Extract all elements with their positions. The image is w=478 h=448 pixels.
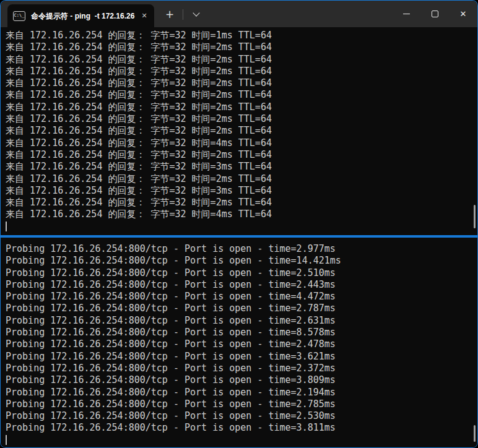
ping-output-line: 来自 172.16.26.254 的回复： 字节=32 时间=2ms TTL=6…	[6, 41, 472, 53]
scrollbar-thumb[interactable]	[474, 205, 476, 228]
minimize-icon	[403, 14, 410, 14]
scrollbar-thumb[interactable]	[474, 425, 476, 442]
probe-output-line: Probing 172.16.26.254:800/tcp - Port is …	[6, 398, 472, 410]
tab-dropdown-button[interactable]	[186, 4, 206, 24]
close-button[interactable]: ✕	[449, 1, 477, 27]
text-cursor	[6, 222, 7, 231]
titlebar-separator	[183, 9, 183, 20]
titlebar[interactable]: C:\_ 命令提示符 - ping -t 172.16.26 ✕ + ✕	[1, 1, 477, 27]
tab-title: 命令提示符 - ping -t 172.16.26	[31, 12, 138, 20]
ping-output-line: 来自 172.16.26.254 的回复： 字节=32 时间=2ms TTL=6…	[6, 89, 472, 101]
ping-output-line: 来自 172.16.26.254 的回复： 字节=32 时间=4ms TTL=6…	[6, 209, 472, 220]
cursor-line	[6, 434, 472, 446]
ping-output-line: 来自 172.16.26.254 的回复： 字节=32 时间=3ms TTL=6…	[6, 161, 472, 173]
ping-output-line: 来自 172.16.26.254 的回复： 字节=32 时间=2ms TTL=6…	[6, 149, 472, 161]
minimize-button[interactable]	[392, 1, 420, 27]
probe-output-line: Probing 172.16.26.254:800/tcp - Port is …	[6, 243, 472, 255]
probe-output-line: Probing 172.16.26.254:800/tcp - Port is …	[6, 422, 472, 434]
probe-output: Probing 172.16.26.254:800/tcp - Port is …	[1, 238, 477, 446]
close-icon: ✕	[460, 10, 467, 18]
ping-output-line: 来自 172.16.26.254 的回复： 字节=32 时间=2ms TTL=6…	[6, 113, 472, 125]
chevron-down-icon	[193, 9, 199, 16]
probe-output-line: Probing 172.16.26.254:800/tcp - Port is …	[6, 279, 472, 291]
pane-ping[interactable]: 来自 172.16.26.254 的回复： 字节=32 时间=1ms TTL=6…	[1, 27, 477, 235]
ping-output-line: 来自 172.16.26.254 的回复： 字节=32 时间=2ms TTL=6…	[6, 101, 472, 113]
probe-output-line: Probing 172.16.26.254:800/tcp - Port is …	[6, 315, 472, 327]
ping-output-line: 来自 172.16.26.254 的回复： 字节=32 时间=1ms TTL=6…	[6, 30, 472, 41]
probe-output-line: Probing 172.16.26.254:800/tcp - Port is …	[6, 291, 472, 303]
ping-output: 来自 172.16.26.254 的回复： 字节=32 时间=1ms TTL=6…	[1, 27, 477, 233]
maximize-button[interactable]	[420, 1, 449, 27]
probe-output-line: Probing 172.16.26.254:800/tcp - Port is …	[6, 267, 472, 279]
ping-output-line: 来自 172.16.26.254 的回复： 字节=32 时间=3ms TTL=6…	[6, 185, 472, 197]
ping-output-line: 来自 172.16.26.254 的回复： 字节=32 时间=2ms TTL=6…	[6, 77, 472, 89]
probe-output-line: Probing 172.16.26.254:800/tcp - Port is …	[6, 303, 472, 314]
ping-output-line: 来自 172.16.26.254 的回复： 字节=32 时间=2ms TTL=6…	[6, 197, 472, 209]
tab-cmd-ping[interactable]: C:\_ 命令提示符 - ping -t 172.16.26 ✕	[7, 4, 154, 27]
ping-output-line: 来自 172.16.26.254 的回复： 字节=32 时间=2ms TTL=6…	[6, 54, 472, 66]
ping-output-line: 来自 172.16.26.254 的回复： 字节=32 时间=4ms TTL=6…	[6, 137, 472, 149]
window-controls: ✕	[392, 1, 477, 27]
probe-output-line: Probing 172.16.26.254:800/tcp - Port is …	[6, 338, 472, 350]
tab-close-icon[interactable]: ✕	[138, 10, 150, 22]
ping-output-line: 来自 172.16.26.254 的回复： 字节=32 时间=2ms TTL=6…	[6, 66, 472, 77]
probe-output-line: Probing 172.16.26.254:800/tcp - Port is …	[6, 255, 472, 267]
probe-output-line: Probing 172.16.26.254:800/tcp - Port is …	[6, 387, 472, 398]
ping-output-line: 来自 172.16.26.254 的回复： 字节=32 时间=2ms TTL=6…	[6, 125, 472, 137]
probe-output-line: Probing 172.16.26.254:800/tcp - Port is …	[6, 363, 472, 374]
cursor-line	[6, 221, 472, 233]
probe-output-line: Probing 172.16.26.254:800/tcp - Port is …	[6, 351, 472, 363]
pane-tcp-probe[interactable]: Probing 172.16.26.254:800/tcp - Port is …	[1, 238, 477, 447]
ping-output-line: 来自 172.16.26.254 的回复： 字节=32 时间=2ms TTL=6…	[6, 173, 472, 185]
probe-output-line: Probing 172.16.26.254:800/tcp - Port is …	[6, 374, 472, 386]
cmd-prompt-icon: C:\_	[13, 11, 25, 21]
terminal-window: C:\_ 命令提示符 - ping -t 172.16.26 ✕ + ✕ 来自 …	[0, 0, 478, 448]
new-tab-button[interactable]: +	[160, 4, 180, 24]
text-cursor	[6, 435, 7, 445]
probe-output-line: Probing 172.16.26.254:800/tcp - Port is …	[6, 327, 472, 338]
maximize-icon	[432, 11, 438, 17]
probe-output-line: Probing 172.16.26.254:800/tcp - Port is …	[6, 410, 472, 422]
